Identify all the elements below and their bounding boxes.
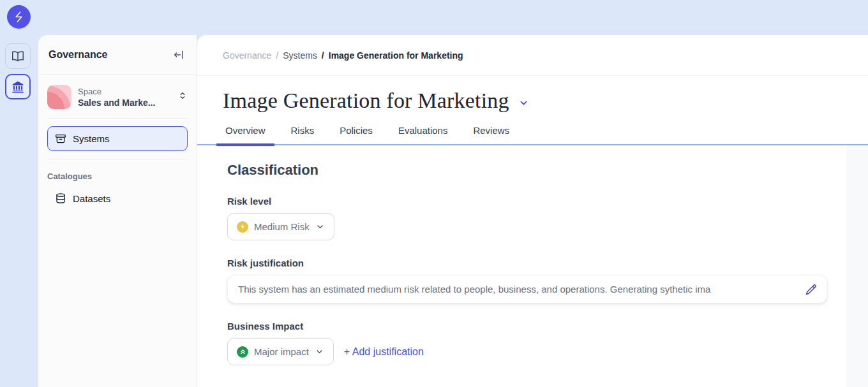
sidebar-item-systems[interactable]: Systems: [47, 126, 188, 151]
risk-level-label: Risk level: [227, 196, 846, 207]
breadcrumb-current-page: Image Generation for Marketing: [329, 50, 463, 61]
tab-policies[interactable]: Policies: [331, 121, 382, 144]
major-impact-chevrons-icon: [237, 346, 248, 358]
database-icon: [54, 192, 67, 205]
breadcrumb-separator: /: [276, 50, 278, 61]
bank-icon: [11, 80, 25, 94]
page-title-row: Image Generation for Marketing: [197, 76, 868, 113]
logo-bolt-icon: [12, 10, 26, 24]
main-panel: Governance / Systems / Image Generation …: [197, 35, 868, 387]
classification-heading: Classification: [227, 162, 846, 179]
chevron-down-icon: [315, 347, 324, 356]
governance-rail-button[interactable]: [5, 74, 31, 99]
tab-overview[interactable]: Overview: [216, 121, 274, 144]
sidebar-item-datasets-label: Datasets: [73, 193, 110, 204]
workspace: Governance Space Sales and Marke...: [38, 35, 868, 387]
sidebar-title: Governance: [49, 49, 107, 61]
sidebar-header: Governance: [38, 35, 197, 75]
space-kind-label: Space: [78, 86, 171, 97]
risk-justification-label: Risk justification: [227, 258, 846, 268]
business-impact-select[interactable]: Major impact: [227, 338, 334, 365]
chevron-down-icon: [315, 222, 325, 231]
book-open-icon: [11, 49, 25, 63]
app-logo[interactable]: [7, 5, 31, 29]
tab-evaluations[interactable]: Evaluations: [389, 121, 457, 144]
business-impact-row: Major impact + Add justification: [227, 332, 846, 365]
overview-tab-content: Classification Risk level Medium Risk: [197, 145, 868, 387]
tab-bar: Overview Risks Policies Evaluations Revi…: [197, 121, 868, 145]
page-title: Image Generation for Marketing: [223, 89, 509, 113]
risk-justification-text: This system has an estimated medium risk…: [238, 284, 798, 295]
edit-pencil-icon[interactable]: [805, 283, 818, 296]
breadcrumb-governance[interactable]: Governance: [223, 50, 271, 61]
space-selector[interactable]: Space Sales and Marke...: [47, 85, 188, 109]
medium-risk-bolt-icon: [237, 221, 248, 233]
space-name: Sales and Marke...: [78, 97, 171, 108]
risk-justification-field[interactable]: This system has an estimated medium risk…: [227, 275, 827, 303]
space-selector-texts: Space Sales and Marke...: [78, 86, 171, 108]
sidebar-divider: [47, 159, 188, 159]
chevrons-up-down-icon: [177, 91, 188, 103]
sidebar-divider: [47, 118, 188, 119]
risk-level-value: Medium Risk: [254, 221, 310, 232]
collapse-sidebar-icon[interactable]: [172, 48, 186, 62]
breadcrumb-separator: /: [322, 50, 324, 61]
tab-reviews[interactable]: Reviews: [464, 121, 518, 144]
tab-risks[interactable]: Risks: [282, 121, 324, 144]
space-avatar: [47, 85, 71, 109]
breadcrumb-systems[interactable]: Systems: [283, 50, 317, 61]
business-impact-label: Business Impact: [227, 321, 846, 332]
icon-rail: [5, 43, 31, 105]
sidebar-item-datasets[interactable]: Datasets: [47, 189, 188, 208]
sidebar-item-systems-label: Systems: [73, 133, 110, 144]
catalogues-section-label: Catalogues: [47, 172, 188, 181]
risk-level-select[interactable]: Medium Risk: [227, 213, 334, 240]
breadcrumb: Governance / Systems / Image Generation …: [197, 35, 868, 76]
business-impact-value: Major impact: [254, 346, 309, 357]
archive-box-icon: [54, 133, 67, 145]
classification-card: Classification Risk level Medium Risk: [197, 145, 846, 387]
docs-rail-button[interactable]: [5, 43, 31, 69]
governance-sidebar: Governance Space Sales and Marke...: [38, 35, 197, 387]
title-chevron-down-icon[interactable]: [518, 98, 529, 108]
add-justification-link[interactable]: + Add justification: [344, 346, 424, 358]
